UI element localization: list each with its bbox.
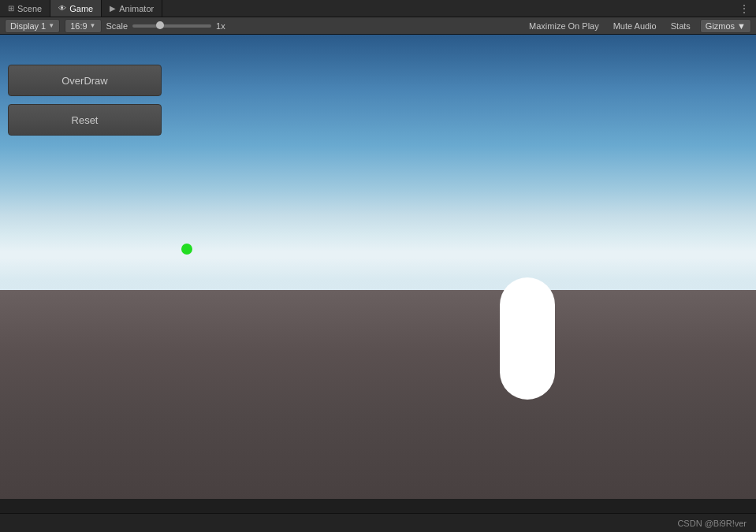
stats-button[interactable]: Stats <box>666 19 695 33</box>
aspect-label: 16:9 <box>70 21 87 31</box>
scale-thumb[interactable] <box>156 21 164 29</box>
tab-game-label: Game <box>69 4 93 13</box>
mute-audio-button[interactable]: Mute Audio <box>609 19 661 33</box>
maximize-on-play-button[interactable]: Maximize On Play <box>524 19 604 33</box>
reset-button[interactable]: Reset <box>8 104 162 136</box>
scale-slider[interactable] <box>132 24 211 28</box>
tab-bar: ⊞ Scene 👁 Game ▶ Animator ⋮ <box>0 0 756 17</box>
overdraw-button[interactable]: OverDraw <box>8 65 162 96</box>
display-arrow-icon: ▼ <box>48 22 54 29</box>
status-text: CSDN @Bi9R!ver <box>677 519 747 528</box>
scene-icon: ⊞ <box>8 4 14 13</box>
gizmos-arrow-icon: ▼ <box>737 21 746 31</box>
tab-game[interactable]: 👁 Game <box>50 0 102 17</box>
toolbar: Display 1 ▼ 16:9 ▼ Scale 1x Maximize On … <box>0 17 756 35</box>
tab-scene[interactable]: ⊞ Scene <box>0 0 50 17</box>
ground-plane <box>0 290 756 499</box>
scale-label: Scale <box>106 21 128 31</box>
status-bar: CSDN @Bi9R!ver <box>0 513 756 532</box>
aspect-selector[interactable]: 16:9 ▼ <box>65 19 101 33</box>
white-capsule-object <box>500 277 555 400</box>
animator-icon: ▶ <box>110 4 116 13</box>
green-dot-object <box>181 244 192 255</box>
tab-animator-label: Animator <box>119 4 154 13</box>
tab-scene-label: Scene <box>17 4 42 13</box>
aspect-arrow-icon: ▼ <box>90 22 96 29</box>
game-viewport: OverDraw Reset <box>0 35 756 499</box>
tab-animator[interactable]: ▶ Animator <box>102 0 162 17</box>
scale-value: 1x <box>216 21 225 31</box>
display-selector[interactable]: Display 1 ▼ <box>5 19 60 33</box>
gizmos-button[interactable]: Gizmos ▼ <box>700 19 751 33</box>
display-label: Display 1 <box>10 21 46 31</box>
game-icon: 👁 <box>58 4 66 13</box>
tab-more-button[interactable]: ⋮ <box>732 2 756 15</box>
